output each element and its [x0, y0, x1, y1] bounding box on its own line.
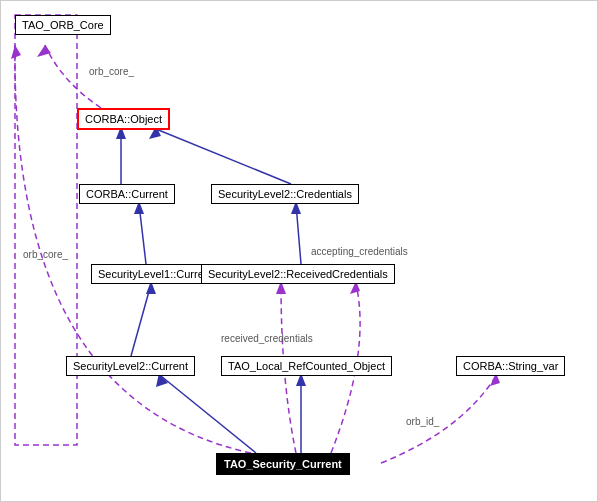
label-orb-core-left: orb_core_: [23, 249, 68, 260]
label-accepting-credentials: accepting_credentials: [311, 246, 408, 257]
node-corba-current: CORBA::Current: [79, 184, 175, 204]
node-security-credentials: SecurityLevel2::Credentials: [211, 184, 359, 204]
node-corba-object: CORBA::Object: [77, 108, 170, 130]
label-orb-core-top: orb_core_: [89, 66, 134, 77]
svg-line-15: [161, 376, 256, 453]
svg-line-9: [156, 129, 291, 184]
node-tao-orb-core: TAO_ORB_Core: [15, 15, 111, 35]
node-security-level2-current: SecurityLevel2::Current: [66, 356, 195, 376]
label-orb-id: orb_id_: [406, 416, 439, 427]
node-tao-security-current: TAO_Security_Current: [216, 453, 350, 475]
svg-line-5: [139, 204, 146, 264]
svg-marker-2: [37, 45, 51, 57]
svg-marker-1: [11, 45, 21, 59]
svg-line-7: [131, 284, 151, 356]
node-tao-local-refcounted: TAO_Local_RefCounted_Object: [221, 356, 392, 376]
node-security-received-credentials: SecurityLevel2::ReceivedCredentials: [201, 264, 395, 284]
node-corba-string-var: CORBA::String_var: [456, 356, 565, 376]
svg-line-11: [296, 204, 301, 264]
svg-rect-0: [15, 15, 77, 445]
label-received-credentials: received_credentials: [221, 333, 313, 344]
diagram-container: TAO_ORB_Core CORBA::Object CORBA::Curren…: [0, 0, 598, 502]
